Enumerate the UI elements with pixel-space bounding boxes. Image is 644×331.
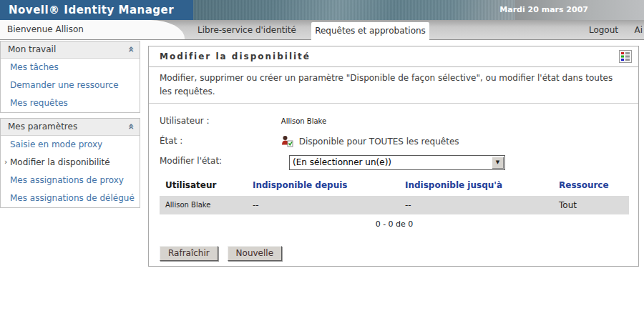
cell-indisponible-jusqua: --	[399, 196, 553, 214]
table-row: Allison Blake -- -- Tout	[160, 196, 629, 214]
app-title: Novell® Identity Manager	[0, 0, 193, 20]
form-row-user: Utilisateur : Allison Blake	[160, 115, 326, 127]
sidebar-item-modifier-disponibilite[interactable]: › Modifier la disponibilité	[1, 154, 140, 172]
sidebar-item-label: Mes assignations de délégué	[10, 193, 135, 203]
sidebar-item-assignations-proxy[interactable]: Mes assignations de proxy	[1, 172, 140, 189]
new-button[interactable]: Nouvelle	[228, 246, 282, 261]
table-header-row: Utilisateur Indisponible depuis Indispon…	[160, 177, 629, 194]
collapse-icon[interactable]: «	[126, 46, 136, 52]
sidebar-section-mon-travail: Mon travail « Mes tâches Demander une re…	[0, 41, 140, 113]
column-header-indisponible-depuis[interactable]: Indisponible depuis	[247, 177, 399, 194]
sidebar-item-mes-requetes[interactable]: Mes requêtes	[1, 94, 140, 112]
refresh-button[interactable]: Rafraîchir	[160, 246, 218, 261]
form-row-change-status: Modifier l'état: (En sélectionner un(e))…	[160, 155, 628, 170]
help-link[interactable]: Ai	[634, 20, 643, 40]
panel-options-button[interactable]	[619, 50, 632, 63]
panel-title-bar: Modifier la disponibilité	[149, 46, 638, 67]
sidebar-item-saisie-proxy[interactable]: Saisie en mode proxy	[1, 136, 140, 154]
top-banner: Novell® Identity Manager Mardi 20 mars 2…	[0, 0, 644, 20]
sidebar-item-assignations-delegue[interactable]: Mes assignations de délégué	[1, 189, 140, 207]
pagination-status: 0 - 0 de 0	[160, 216, 629, 233]
sidebar: Mon travail « Mes tâches Demander une re…	[0, 41, 140, 213]
column-header-ressource[interactable]: Ressource	[553, 177, 629, 194]
sidebar-header-mon-travail[interactable]: Mon travail «	[1, 41, 140, 59]
availability-panel: Modifier la disponibilité Modifier, supp…	[148, 46, 639, 267]
user-available-icon	[281, 135, 293, 147]
change-status-select[interactable]: (En sélectionner un(e)) ▼	[289, 155, 505, 170]
sidebar-item-label: Demander une ressource	[10, 80, 119, 90]
tab-requetes-approbations[interactable]: Requêtes et approbations	[311, 22, 429, 40]
user-value: Allison Blake	[281, 117, 326, 125]
sidebar-item-demander-ressource[interactable]: Demander une ressource	[1, 76, 140, 94]
sidebar-item-mes-taches[interactable]: Mes tâches	[1, 59, 140, 76]
status-value: Disponible pour TOUTES les requêtes	[299, 137, 459, 147]
status-label: État :	[160, 135, 278, 147]
button-row: Rafraîchir Nouvelle	[160, 246, 288, 261]
legend-icon	[621, 52, 630, 61]
logout-link[interactable]: Logout	[589, 20, 618, 40]
sidebar-header-label: Mes paramètres	[8, 122, 77, 132]
collapse-icon[interactable]: «	[126, 123, 136, 129]
sidebar-section-mes-parametres: Mes paramètres « Saisie en mode proxy › …	[0, 118, 140, 208]
cell-utilisateur: Allison Blake	[160, 196, 247, 214]
current-date: Mardi 20 mars 2007	[499, 0, 588, 20]
sidebar-item-label: Mes assignations de proxy	[10, 175, 124, 185]
cell-indisponible-depuis: --	[247, 196, 399, 214]
availability-table: Utilisateur Indisponible depuis Indispon…	[160, 177, 629, 233]
user-label: Utilisateur :	[160, 115, 278, 127]
sidebar-header-label: Mon travail	[8, 44, 56, 54]
column-header-utilisateur: Utilisateur	[160, 177, 247, 194]
column-header-indisponible-jusqua[interactable]: Indisponible jusqu'à	[399, 177, 553, 194]
sidebar-item-label: Saisie en mode proxy	[10, 139, 102, 149]
page: Novell® Identity Manager Mardi 20 mars 2…	[0, 0, 644, 331]
tab-bar: Bienvenue Allison Libre-service d'identi…	[0, 20, 644, 40]
form-row-status: État : Disponible pour TOUTES les requêt…	[160, 135, 459, 147]
welcome-message: Bienvenue Allison	[0, 20, 185, 39]
banner-texture	[193, 0, 515, 20]
cell-ressource: Tout	[553, 196, 629, 214]
chevron-down-icon[interactable]: ▼	[492, 157, 504, 169]
sidebar-header-mes-parametres[interactable]: Mes paramètres «	[1, 119, 140, 136]
select-selected-value: (En sélectionner un(e))	[293, 156, 391, 169]
page-title: Modifier la disponibilité	[160, 51, 311, 61]
change-status-label: Modifier l'état:	[160, 155, 278, 167]
sidebar-item-label: Modifier la disponibilité	[10, 157, 110, 167]
panel-description: Modifier, supprimer ou créer un paramètr…	[149, 67, 638, 104]
selected-item-marker-icon: ›	[4, 153, 7, 171]
sidebar-item-label: Mes tâches	[10, 62, 59, 72]
tab-libre-service[interactable]: Libre-service d'identité	[182, 20, 311, 40]
sidebar-item-label: Mes requêtes	[10, 98, 68, 108]
